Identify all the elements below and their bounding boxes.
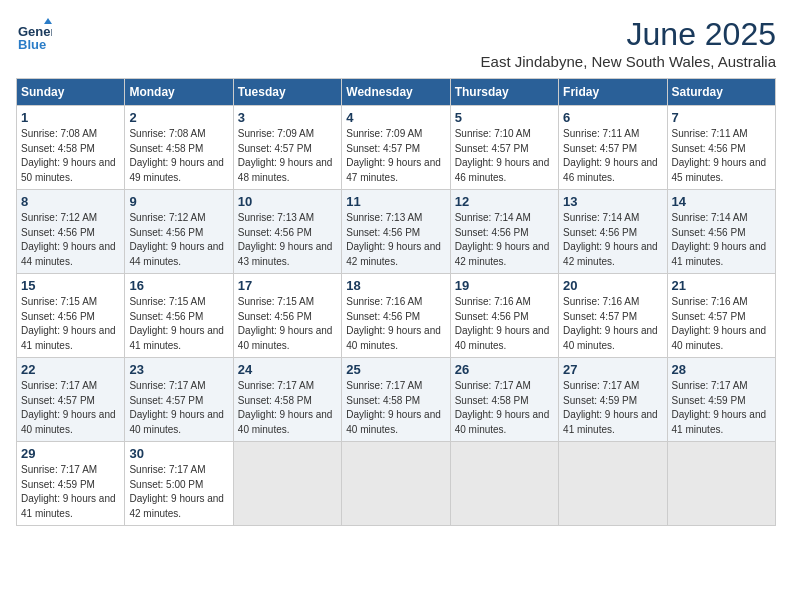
calendar-cell: [667, 442, 775, 526]
weekday-header: Tuesday: [233, 79, 341, 106]
day-number: 12: [455, 194, 554, 209]
day-number: 25: [346, 362, 445, 377]
day-number: 13: [563, 194, 662, 209]
day-info: Sunrise: 7:11 AMSunset: 4:57 PMDaylight:…: [563, 128, 658, 183]
day-info: Sunrise: 7:14 AMSunset: 4:56 PMDaylight:…: [563, 212, 658, 267]
day-number: 17: [238, 278, 337, 293]
day-info: Sunrise: 7:15 AMSunset: 4:56 PMDaylight:…: [21, 296, 116, 351]
day-number: 26: [455, 362, 554, 377]
calendar-cell: 20 Sunrise: 7:16 AMSunset: 4:57 PMDaylig…: [559, 274, 667, 358]
day-info: Sunrise: 7:17 AMSunset: 4:59 PMDaylight:…: [672, 380, 767, 435]
calendar-cell: 9 Sunrise: 7:12 AMSunset: 4:56 PMDayligh…: [125, 190, 233, 274]
calendar-cell: 17 Sunrise: 7:15 AMSunset: 4:56 PMDaylig…: [233, 274, 341, 358]
day-info: Sunrise: 7:11 AMSunset: 4:56 PMDaylight:…: [672, 128, 767, 183]
day-number: 15: [21, 278, 120, 293]
day-info: Sunrise: 7:16 AMSunset: 4:56 PMDaylight:…: [455, 296, 550, 351]
day-info: Sunrise: 7:15 AMSunset: 4:56 PMDaylight:…: [129, 296, 224, 351]
day-number: 14: [672, 194, 771, 209]
header: General Blue June 2025 East Jindabyne, N…: [16, 16, 776, 70]
day-info: Sunrise: 7:17 AMSunset: 4:57 PMDaylight:…: [21, 380, 116, 435]
calendar-cell: 3 Sunrise: 7:09 AMSunset: 4:57 PMDayligh…: [233, 106, 341, 190]
day-number: 6: [563, 110, 662, 125]
calendar-cell: 1 Sunrise: 7:08 AMSunset: 4:58 PMDayligh…: [17, 106, 125, 190]
day-number: 3: [238, 110, 337, 125]
weekday-header: Saturday: [667, 79, 775, 106]
calendar-cell: 23 Sunrise: 7:17 AMSunset: 4:57 PMDaylig…: [125, 358, 233, 442]
logo-icon: General Blue: [16, 16, 52, 52]
weekday-header: Wednesday: [342, 79, 450, 106]
calendar-cell: [342, 442, 450, 526]
day-number: 30: [129, 446, 228, 461]
calendar-cell: 13 Sunrise: 7:14 AMSunset: 4:56 PMDaylig…: [559, 190, 667, 274]
day-info: Sunrise: 7:17 AMSunset: 5:00 PMDaylight:…: [129, 464, 224, 519]
calendar-cell: 29 Sunrise: 7:17 AMSunset: 4:59 PMDaylig…: [17, 442, 125, 526]
day-number: 20: [563, 278, 662, 293]
calendar-cell: 5 Sunrise: 7:10 AMSunset: 4:57 PMDayligh…: [450, 106, 558, 190]
day-number: 11: [346, 194, 445, 209]
calendar-cell: [233, 442, 341, 526]
day-info: Sunrise: 7:17 AMSunset: 4:59 PMDaylight:…: [563, 380, 658, 435]
day-number: 4: [346, 110, 445, 125]
calendar-cell: [559, 442, 667, 526]
calendar-cell: 11 Sunrise: 7:13 AMSunset: 4:56 PMDaylig…: [342, 190, 450, 274]
calendar-cell: 28 Sunrise: 7:17 AMSunset: 4:59 PMDaylig…: [667, 358, 775, 442]
day-info: Sunrise: 7:08 AMSunset: 4:58 PMDaylight:…: [129, 128, 224, 183]
calendar-row: 8 Sunrise: 7:12 AMSunset: 4:56 PMDayligh…: [17, 190, 776, 274]
calendar-cell: 22 Sunrise: 7:17 AMSunset: 4:57 PMDaylig…: [17, 358, 125, 442]
day-number: 8: [21, 194, 120, 209]
day-info: Sunrise: 7:14 AMSunset: 4:56 PMDaylight:…: [455, 212, 550, 267]
calendar-cell: 21 Sunrise: 7:16 AMSunset: 4:57 PMDaylig…: [667, 274, 775, 358]
day-info: Sunrise: 7:17 AMSunset: 4:58 PMDaylight:…: [455, 380, 550, 435]
day-info: Sunrise: 7:16 AMSunset: 4:57 PMDaylight:…: [672, 296, 767, 351]
day-info: Sunrise: 7:17 AMSunset: 4:57 PMDaylight:…: [129, 380, 224, 435]
weekday-header: Monday: [125, 79, 233, 106]
day-number: 21: [672, 278, 771, 293]
calendar-row: 15 Sunrise: 7:15 AMSunset: 4:56 PMDaylig…: [17, 274, 776, 358]
calendar-cell: 6 Sunrise: 7:11 AMSunset: 4:57 PMDayligh…: [559, 106, 667, 190]
calendar-cell: 18 Sunrise: 7:16 AMSunset: 4:56 PMDaylig…: [342, 274, 450, 358]
weekday-header: Friday: [559, 79, 667, 106]
day-number: 19: [455, 278, 554, 293]
day-number: 7: [672, 110, 771, 125]
day-number: 24: [238, 362, 337, 377]
day-number: 10: [238, 194, 337, 209]
calendar-cell: 25 Sunrise: 7:17 AMSunset: 4:58 PMDaylig…: [342, 358, 450, 442]
day-number: 9: [129, 194, 228, 209]
day-number: 1: [21, 110, 120, 125]
calendar-cell: 16 Sunrise: 7:15 AMSunset: 4:56 PMDaylig…: [125, 274, 233, 358]
calendar-cell: 30 Sunrise: 7:17 AMSunset: 5:00 PMDaylig…: [125, 442, 233, 526]
calendar-row: 22 Sunrise: 7:17 AMSunset: 4:57 PMDaylig…: [17, 358, 776, 442]
calendar-table: SundayMondayTuesdayWednesdayThursdayFrid…: [16, 78, 776, 526]
day-info: Sunrise: 7:10 AMSunset: 4:57 PMDaylight:…: [455, 128, 550, 183]
day-info: Sunrise: 7:17 AMSunset: 4:58 PMDaylight:…: [346, 380, 441, 435]
day-number: 23: [129, 362, 228, 377]
day-number: 18: [346, 278, 445, 293]
day-number: 5: [455, 110, 554, 125]
weekday-header: Sunday: [17, 79, 125, 106]
day-info: Sunrise: 7:13 AMSunset: 4:56 PMDaylight:…: [238, 212, 333, 267]
calendar-row: 29 Sunrise: 7:17 AMSunset: 4:59 PMDaylig…: [17, 442, 776, 526]
calendar-cell: 15 Sunrise: 7:15 AMSunset: 4:56 PMDaylig…: [17, 274, 125, 358]
day-number: 22: [21, 362, 120, 377]
calendar-row: 1 Sunrise: 7:08 AMSunset: 4:58 PMDayligh…: [17, 106, 776, 190]
day-info: Sunrise: 7:12 AMSunset: 4:56 PMDaylight:…: [21, 212, 116, 267]
day-info: Sunrise: 7:09 AMSunset: 4:57 PMDaylight:…: [346, 128, 441, 183]
svg-text:Blue: Blue: [18, 37, 46, 52]
day-info: Sunrise: 7:17 AMSunset: 4:59 PMDaylight:…: [21, 464, 116, 519]
calendar-cell: 27 Sunrise: 7:17 AMSunset: 4:59 PMDaylig…: [559, 358, 667, 442]
day-info: Sunrise: 7:15 AMSunset: 4:56 PMDaylight:…: [238, 296, 333, 351]
calendar-cell: 26 Sunrise: 7:17 AMSunset: 4:58 PMDaylig…: [450, 358, 558, 442]
logo: General Blue: [16, 16, 52, 52]
calendar-cell: 7 Sunrise: 7:11 AMSunset: 4:56 PMDayligh…: [667, 106, 775, 190]
day-number: 28: [672, 362, 771, 377]
day-number: 27: [563, 362, 662, 377]
day-info: Sunrise: 7:14 AMSunset: 4:56 PMDaylight:…: [672, 212, 767, 267]
svg-marker-2: [44, 18, 52, 24]
day-info: Sunrise: 7:09 AMSunset: 4:57 PMDaylight:…: [238, 128, 333, 183]
calendar-cell: 8 Sunrise: 7:12 AMSunset: 4:56 PMDayligh…: [17, 190, 125, 274]
calendar-cell: 14 Sunrise: 7:14 AMSunset: 4:56 PMDaylig…: [667, 190, 775, 274]
day-number: 2: [129, 110, 228, 125]
day-info: Sunrise: 7:16 AMSunset: 4:57 PMDaylight:…: [563, 296, 658, 351]
calendar-cell: 24 Sunrise: 7:17 AMSunset: 4:58 PMDaylig…: [233, 358, 341, 442]
location-title: East Jindabyne, New South Wales, Austral…: [481, 53, 776, 70]
